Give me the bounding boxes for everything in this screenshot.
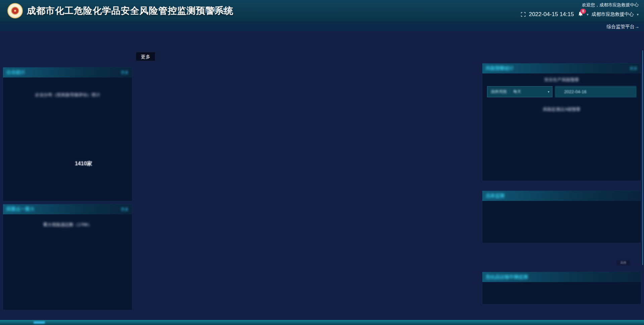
system-nav-button[interactable]: 系统导航 [205, 7, 232, 14]
user-menu[interactable]: 成都市应急救援中心 [591, 11, 634, 17]
notification-bell-icon[interactable]: 0 [577, 11, 584, 18]
platform-link[interactable]: 综合监管平台→ [606, 22, 639, 32]
welcome-text: 欢迎您，成都市应急救援中心 [521, 2, 639, 8]
page-title: 成都市化工危险化学品安全风险管控监测预警系统 [27, 5, 233, 17]
donut-center-value: 1410家 [67, 160, 100, 167]
scrollbar-strip[interactable] [642, 50, 643, 265]
donut-chart-title: 企业分布（按风险等级评估）统计 [3, 92, 132, 98]
panel-two-key-one-major: 两重点一重大 更多 重大危险源总数（1766） [3, 204, 132, 310]
app-logo-icon [7, 3, 23, 18]
section-subtitle-2: 风险监测点A级预警 [482, 106, 641, 112]
main-nav: 综合监管平台→ [0, 21, 644, 31]
panel-title: 总体监测 [486, 193, 504, 199]
period-value: 每天 [510, 89, 548, 95]
header: 成都市化工危险化学品安全风险管控监测预警系统 系统导航 欢迎您，成都市应急救援中… [0, 0, 644, 21]
panel-risk-warning: 风险预警统计 更多 安全生产风险预警 选择周期 每天 ▾ 2022-04-16 … [482, 63, 641, 181]
panel-title: 危化品运输车辆监测 [486, 274, 528, 280]
system-nav-label: 系统导航 [212, 7, 232, 14]
user-caret-icon[interactable]: ▾ [637, 12, 639, 17]
select-caret-icon: ▾ [548, 90, 552, 94]
map-more-button[interactable]: 更多 [136, 52, 155, 61]
date-input[interactable]: 2022-04-16 [555, 86, 636, 97]
panel-transport-monitoring: 危化品运输车辆监测 [482, 272, 641, 305]
panel-overall-monitoring: 总体监测 [482, 191, 641, 243]
grid-icon [205, 8, 210, 13]
panel-title: 两重点一重大 [6, 206, 35, 212]
bottom-bar [0, 320, 644, 325]
panel-more-link[interactable]: 更多 [630, 66, 638, 71]
panel-more-link[interactable]: 更多 [121, 207, 129, 212]
period-select[interactable]: 选择周期 每天 ▾ [487, 86, 552, 97]
panel-title: 企业统计 [6, 69, 25, 75]
pie-chart-title: 重大危险源总数（1766） [3, 222, 132, 228]
panel-more-link[interactable]: 更多 [121, 70, 129, 75]
panel-title: 风险预警统计 [486, 65, 514, 71]
notification-caret-icon[interactable]: ▾ [587, 12, 589, 17]
bottom-bar-chip [34, 321, 45, 324]
panel-enterprise-stats: 企业统计 更多 企业分布（按风险等级评估）统计 1410家 [3, 67, 132, 201]
app-root: 高德 更多 成都市化工危险化学品安全风险管控监测预警系统 系统导航 欢迎您，成都… [0, 0, 644, 325]
notification-badge: 0 [580, 9, 586, 14]
fullscreen-icon[interactable] [521, 12, 526, 17]
period-label: 选择周期 [487, 89, 510, 95]
datetime-text: 2022-04-15 14:15 [529, 11, 574, 18]
section-subtitle: 安全生产风险预警 [482, 77, 641, 83]
major-hazard-pie-chart [3, 204, 133, 311]
map-attribution: 高德 [616, 260, 630, 265]
enterprise-risk-donut-chart [3, 67, 133, 202]
